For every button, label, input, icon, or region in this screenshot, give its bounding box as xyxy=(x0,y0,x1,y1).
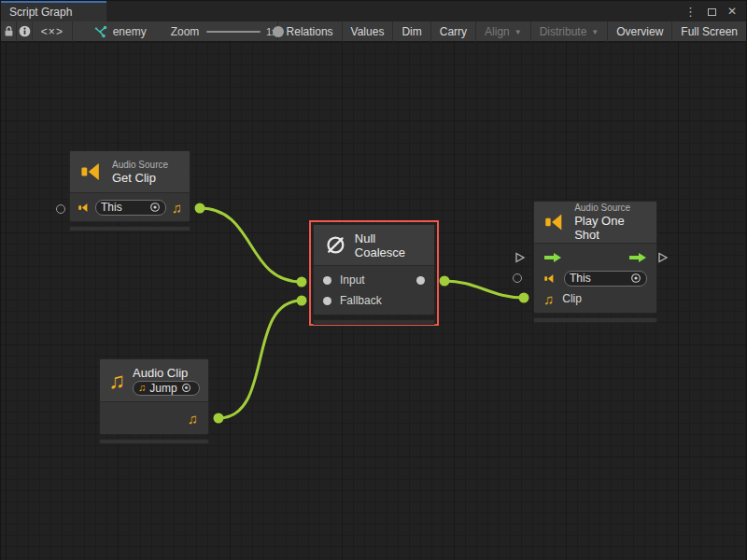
zoom-slider-track xyxy=(206,31,261,33)
this-target-field[interactable]: This xyxy=(95,200,166,216)
this-target-field[interactable]: This xyxy=(564,271,647,287)
overview-button[interactable]: Overview xyxy=(607,21,671,42)
flow-port-row[interactable] xyxy=(534,247,656,268)
audio-source-icon xyxy=(543,210,566,234)
null-coalesce-icon xyxy=(325,233,346,257)
graph-icon xyxy=(93,25,107,38)
target-row[interactable]: This xyxy=(534,268,656,288)
audio-source-icon xyxy=(78,202,90,214)
variable-field[interactable]: ♫ Jump xyxy=(133,381,200,396)
graph-toolbar: <×> enemy Zoom 1x Relations Values xyxy=(1,21,746,42)
wire-audioclip-to-fallback[interactable] xyxy=(218,301,302,418)
flow-in-external-port[interactable] xyxy=(514,252,526,263)
tab-title: Script Graph xyxy=(9,6,72,19)
graph-canvas[interactable]: Audio Source Get Clip This xyxy=(1,42,746,560)
audio-clip-icon: ♫ xyxy=(108,370,125,392)
object-picker-icon[interactable] xyxy=(149,202,161,213)
clip-input-port[interactable]: ♫ xyxy=(543,292,554,306)
get-clip-self-port[interactable] xyxy=(56,204,65,214)
graph-breadcrumb[interactable]: enemy xyxy=(93,25,147,38)
node-footer xyxy=(99,439,209,444)
node-title: Null Coalesce xyxy=(355,231,423,259)
flow-out-arrow-icon[interactable] xyxy=(628,252,647,263)
audio-clip-icon: ♫ xyxy=(138,383,146,393)
code-preview-label: <×> xyxy=(41,25,63,38)
node-null-coalesce-selected[interactable]: Null Coalesce Input Fallback xyxy=(309,220,439,326)
zoom-label: Zoom xyxy=(171,25,200,38)
result-output-port[interactable] xyxy=(416,276,425,285)
audio-source-icon xyxy=(79,160,104,184)
fallback-port-row[interactable]: Fallback xyxy=(314,290,434,311)
toolbar-divider xyxy=(72,21,73,42)
tab-bar: Script Graph ⋮ ✕ xyxy=(1,1,746,21)
node-title: Get Clip xyxy=(112,171,168,185)
wire-getclip-to-input[interactable] xyxy=(200,208,302,282)
play-one-shot-self-port[interactable] xyxy=(513,273,522,283)
toolbar-buttons: Relations Values Dim Carry Align ▼ Distr… xyxy=(277,21,746,42)
distribute-button[interactable]: Distribute ▼ xyxy=(530,21,608,42)
object-picker-icon[interactable] xyxy=(630,273,641,284)
maximize-icon[interactable] xyxy=(708,3,716,20)
relations-button[interactable]: Relations xyxy=(277,21,342,42)
node-play-one-shot[interactable]: Audio Source Play One Shot xyxy=(533,201,657,323)
node-title: Audio Clip xyxy=(133,366,200,380)
kebab-menu-icon[interactable]: ⋮ xyxy=(684,6,697,18)
node-footer xyxy=(313,319,435,325)
dropdown-arrow-icon: ▼ xyxy=(514,28,522,36)
tab-script-graph[interactable]: Script Graph xyxy=(1,1,106,21)
wire-output-to-clip[interactable] xyxy=(444,281,524,298)
script-graph-window: Script Graph ⋮ ✕ <×> xyxy=(0,0,747,560)
zoom-slider-handle[interactable] xyxy=(273,26,284,37)
dim-button[interactable]: Dim xyxy=(392,21,430,42)
code-preview-button[interactable]: <×> xyxy=(33,21,72,42)
node-footer xyxy=(69,226,190,231)
flow-in-arrow-icon[interactable] xyxy=(543,252,562,263)
node-footer xyxy=(533,317,657,323)
node-title: Play One Shot xyxy=(574,214,647,242)
lock-button[interactable] xyxy=(1,21,16,42)
clip-port-row[interactable]: ♫ Clip xyxy=(534,288,656,309)
dropdown-arrow-icon: ▼ xyxy=(591,28,599,36)
input-port-row[interactable]: Input xyxy=(314,270,434,290)
zoom-slider[interactable] xyxy=(206,21,261,42)
input-port[interactable] xyxy=(323,276,331,285)
values-button[interactable]: Values xyxy=(342,21,393,42)
info-icon xyxy=(19,25,31,37)
fallback-port[interactable] xyxy=(323,297,331,305)
audio-clip-output-port[interactable]: ♫ xyxy=(188,412,198,426)
info-button[interactable] xyxy=(17,21,32,42)
close-icon[interactable]: ✕ xyxy=(727,6,737,17)
audio-clip-output-port[interactable]: ♫ xyxy=(172,201,182,215)
node-category: Audio Source xyxy=(112,160,168,170)
full-screen-button[interactable]: Full Screen xyxy=(671,21,746,42)
node-audio-clip-variable[interactable]: ♫ Audio Clip ♫ Jump xyxy=(99,358,209,444)
window-controls: ⋮ ✕ xyxy=(684,1,746,21)
flow-out-external-port[interactable] xyxy=(657,252,669,263)
audio-source-icon xyxy=(543,273,556,285)
node-header[interactable]: Audio Source Get Clip xyxy=(70,151,190,193)
align-button[interactable]: Align ▼ xyxy=(475,21,530,42)
graph-name: enemy xyxy=(113,25,147,38)
carry-button[interactable]: Carry xyxy=(430,21,475,42)
node-category: Audio Source xyxy=(574,203,647,213)
object-picker-icon[interactable] xyxy=(181,383,191,393)
node-get-clip[interactable]: Audio Source Get Clip This xyxy=(69,150,190,231)
lock-icon xyxy=(3,25,15,37)
